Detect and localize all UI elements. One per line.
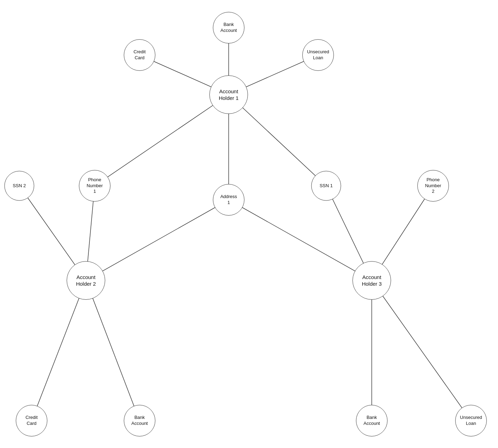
edges-svg: [0, 0, 498, 448]
graph-container: Bank AccountCredit CardUnsecured LoanAcc…: [0, 0, 498, 448]
node-account-holder-3[interactable]: Account Holder 3: [352, 261, 391, 300]
node-unsecured-loan-top[interactable]: Unsecured Loan: [302, 39, 334, 71]
node-account-holder-1[interactable]: Account Holder 1: [209, 75, 248, 114]
node-credit-card-bottom[interactable]: Credit Card: [16, 405, 47, 436]
node-ssn-1[interactable]: SSN 1: [311, 171, 341, 201]
node-bank-account-bottom-2[interactable]: Bank Account: [124, 405, 155, 436]
node-credit-card-top[interactable]: Credit Card: [124, 39, 155, 71]
svg-line-5: [229, 95, 326, 186]
node-unsecured-loan-bottom[interactable]: Unsecured Loan: [455, 405, 487, 436]
svg-line-12: [32, 280, 86, 421]
svg-line-7: [229, 200, 372, 280]
svg-line-6: [86, 200, 229, 280]
node-bank-account-bottom-3[interactable]: Bank Account: [356, 405, 388, 436]
svg-line-15: [372, 280, 471, 421]
node-phone-number-1[interactable]: Phone Number 1: [79, 170, 110, 202]
node-phone-number-2[interactable]: Phone Number 2: [417, 170, 449, 202]
node-ssn-2[interactable]: SSN 2: [5, 171, 34, 201]
svg-line-13: [86, 280, 140, 421]
node-address-1[interactable]: Address 1: [213, 184, 244, 216]
svg-line-3: [95, 95, 229, 186]
node-bank-account-top[interactable]: Bank Account: [213, 12, 244, 43]
node-account-holder-2[interactable]: Account Holder 2: [67, 261, 105, 300]
